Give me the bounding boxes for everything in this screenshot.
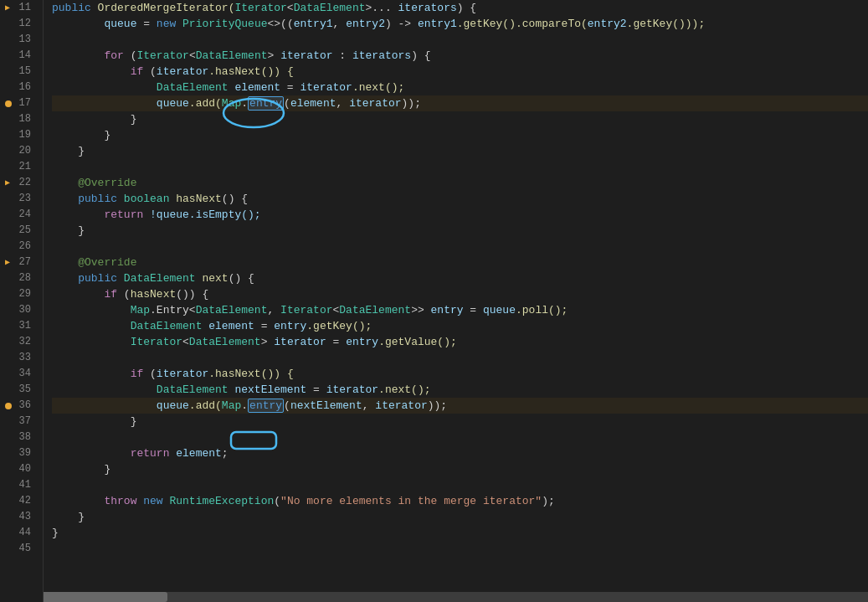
code-line-32: } xyxy=(52,509,868,525)
code-line-3: for (Iterator<DataElement> iterator : it… xyxy=(52,48,868,64)
code-line-2 xyxy=(52,32,868,48)
line-number-27: 38 xyxy=(3,430,36,445)
line-number-32: 43 xyxy=(3,509,36,525)
line-number-4: 15 xyxy=(3,64,36,80)
line-number-5: 16 xyxy=(3,80,36,95)
code-line-22 xyxy=(52,350,868,366)
code-line-23: if (iterator.hasNext()) { xyxy=(52,366,868,382)
scrollbar-track[interactable] xyxy=(0,592,868,602)
code-line-34 xyxy=(52,541,868,557)
code-line-33: } xyxy=(52,525,868,541)
code-line-4: if (iterator.hasNext()) { xyxy=(52,64,868,80)
line-number-25: 36 xyxy=(3,398,36,414)
code-area[interactable]: ▶1112131415161718192021▶2223242526▶27282… xyxy=(0,0,868,602)
code-line-8: } xyxy=(52,127,868,143)
line-number-22: 33 xyxy=(3,350,36,366)
line-number-34: 45 xyxy=(3,541,36,557)
line-number-8: 19 xyxy=(3,127,36,143)
line-number-11: ▶22 xyxy=(3,175,36,191)
line-number-9: 20 xyxy=(3,143,36,159)
code-line-9: } xyxy=(52,143,868,159)
line-number-12: 23 xyxy=(3,191,36,207)
line-number-7: 18 xyxy=(3,111,36,127)
code-line-27 xyxy=(52,430,868,445)
line-number-18: 29 xyxy=(3,286,36,302)
code-line-18: if (hasNext()) { xyxy=(52,286,868,302)
line-number-3: 14 xyxy=(3,48,36,64)
code-line-0: public OrderedMergeIterator(Iterator<Dat… xyxy=(52,0,868,16)
code-line-26: } xyxy=(52,414,868,430)
code-line-14: } xyxy=(52,223,868,239)
code-line-29: } xyxy=(52,461,868,477)
code-line-10 xyxy=(52,159,868,175)
line-numbers: ▶1112131415161718192021▶2223242526▶27282… xyxy=(0,0,44,602)
line-number-16: ▶27 xyxy=(3,255,36,270)
code-line-13: return !queue.isEmpty(); xyxy=(52,207,868,223)
line-number-17: 28 xyxy=(3,270,36,286)
code-line-25: queue.add(Map.entry(nextElement, iterato… xyxy=(52,398,868,414)
line-number-28: 39 xyxy=(3,445,36,461)
code-line-20: DataElement element = entry.getKey(); xyxy=(52,318,868,334)
code-line-11: @Override xyxy=(52,175,868,191)
line-number-26: 37 xyxy=(3,414,36,430)
code-line-21: Iterator<DataElement> iterator = entry.g… xyxy=(52,334,868,350)
code-line-1: queue = new PriorityQueue<>((entry1, ent… xyxy=(52,16,868,32)
code-line-24: DataElement nextElement = iterator.next(… xyxy=(52,382,868,398)
code-line-28: return element; xyxy=(52,445,868,461)
line-number-1: 12 xyxy=(3,16,36,32)
line-number-30: 41 xyxy=(3,477,36,493)
line-number-6: 17 xyxy=(3,95,36,111)
line-number-2: 13 xyxy=(3,32,36,48)
line-number-14: 25 xyxy=(3,223,36,239)
code-lines: public OrderedMergeIterator(Iterator<Dat… xyxy=(44,0,868,602)
line-number-15: 26 xyxy=(3,239,36,255)
code-line-7: } xyxy=(52,111,868,127)
line-number-21: 32 xyxy=(3,334,36,350)
code-line-19: Map.Entry<DataElement, Iterator<DataElem… xyxy=(52,302,868,318)
line-number-29: 40 xyxy=(3,461,36,477)
line-number-24: 35 xyxy=(3,382,36,398)
line-number-0: ▶11 xyxy=(3,0,36,16)
code-line-6: queue.add(Map.entry(element, iterator)); xyxy=(52,95,868,111)
code-line-31: throw new RuntimeException("No more elem… xyxy=(52,493,868,509)
code-line-17: public DataElement next() { xyxy=(52,270,868,286)
line-number-19: 30 xyxy=(3,302,36,318)
code-line-30 xyxy=(52,477,868,493)
line-number-10: 21 xyxy=(3,159,36,175)
code-line-12: public boolean hasNext() { xyxy=(52,191,868,207)
line-number-31: 42 xyxy=(3,493,36,509)
editor-container: ▶1112131415161718192021▶2223242526▶27282… xyxy=(0,0,868,602)
line-number-23: 34 xyxy=(3,366,36,382)
code-line-15 xyxy=(52,239,868,255)
line-number-33: 44 xyxy=(3,525,36,541)
code-line-16: @Override xyxy=(52,255,868,270)
code-line-5: DataElement element = iterator.next(); xyxy=(52,80,868,95)
line-number-13: 24 xyxy=(3,207,36,223)
line-number-20: 31 xyxy=(3,318,36,334)
